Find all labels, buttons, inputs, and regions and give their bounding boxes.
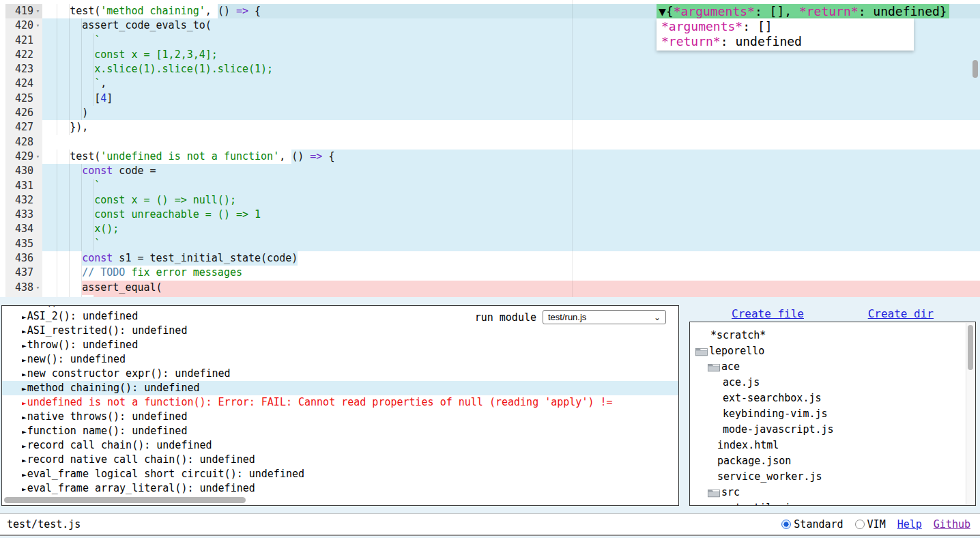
expand-arrow-icon[interactable]: ► [22, 384, 27, 393]
fold-arrow-icon[interactable]: ▾ [33, 18, 42, 33]
fold-arrow-icon[interactable]: ▾ [33, 4, 42, 18]
tree-item[interactable]: *scratch* [690, 328, 975, 343]
expand-arrow-icon[interactable]: ► [22, 327, 27, 336]
tree-item[interactable]: service_worker.js [690, 469, 975, 485]
code-line[interactable]: 437 // TODO fix error messages [0, 266, 980, 280]
expand-arrow-icon[interactable]: ► [22, 456, 27, 465]
tooltip-entry[interactable]: *return*: undefined [661, 34, 914, 48]
tree-item[interactable]: index.html [690, 438, 975, 453]
code-line[interactable]: 433 const unreachable = () => 1 [0, 208, 980, 222]
test-result-row[interactable]: ►eval_frame array_literal(): undefined [22, 481, 678, 496]
code-editor[interactable]: 419▾ test('method chaining', () => {420▾… [0, 0, 980, 297]
tree-item[interactable]: ace [690, 359, 975, 375]
fold-arrow-icon[interactable]: ▾ [33, 150, 42, 164]
tree-vscroll-thumb[interactable] [968, 325, 973, 370]
tooltip-header[interactable]: ▼{*arguments*: [], *return*: undefined} [657, 4, 949, 18]
code-line[interactable]: 430 const code = [0, 164, 980, 178]
test-result-row[interactable]: ►record native call chain(): undefined [22, 453, 678, 467]
line-number-gutter[interactable]: 436 [0, 251, 42, 266]
create-dir-link[interactable]: Create dir [868, 307, 934, 320]
line-number-gutter[interactable]: 429▾ [0, 150, 42, 164]
line-number-gutter[interactable]: 433 [0, 208, 42, 222]
expand-arrow-icon[interactable]: ► [22, 306, 27, 307]
line-number-gutter[interactable]: 423 [0, 62, 42, 76]
test-result-row[interactable]: ►eval_frame logical short circuit(): und… [22, 467, 678, 481]
expand-arrow-icon[interactable]: ► [22, 442, 27, 451]
test-result-row[interactable]: ►method chaining(): undefined [2, 381, 678, 395]
line-number-gutter[interactable]: 427 [0, 120, 42, 134]
code-line[interactable]: 425 [4] [0, 91, 980, 106]
tree-item[interactable]: mode-javascript.js [690, 422, 975, 438]
line-number-gutter[interactable]: 431 [0, 179, 42, 193]
line-number-gutter[interactable]: 430 [0, 164, 42, 178]
expand-arrow-icon[interactable]: ► [22, 313, 27, 322]
code-line[interactable]: 434 x(); [0, 222, 980, 236]
test-result-row[interactable]: ►throw(): undefined [22, 338, 678, 352]
editor-scrollbar-thumb[interactable] [972, 60, 978, 78]
tree-item[interactable]: package.json [690, 453, 975, 469]
line-number-gutter[interactable]: 438▾ [0, 281, 42, 295]
code-line[interactable]: 436 const s1 = test_initial_state(code) [0, 251, 980, 266]
help-link[interactable]: Help [897, 518, 922, 530]
code-line[interactable]: 427 }), [0, 120, 980, 134]
line-number-gutter[interactable]: 439 [0, 295, 42, 297]
tree-item[interactable]: src [690, 485, 975, 500]
expand-arrow-icon[interactable]: ► [22, 356, 27, 365]
tree-vscrollbar[interactable] [966, 323, 975, 505]
code-line[interactable]: 431 ` [0, 179, 980, 193]
line-number-gutter[interactable]: 421 [0, 33, 42, 48]
expand-arrow-icon[interactable]: ► [22, 470, 27, 479]
tree-item[interactable]: leporello [690, 343, 975, 359]
test-result-row[interactable]: ►native throws(): undefined [22, 410, 678, 424]
code-line[interactable]: 435 ` [0, 237, 980, 251]
mode-vim[interactable]: VIM [855, 518, 886, 530]
create-file-link[interactable]: Create file [732, 307, 804, 320]
tree-item[interactable]: ext-searchbox.js [690, 391, 975, 406]
test-result-row[interactable]: ►undefined is not a function(): Error: F… [22, 395, 678, 410]
test-result-row[interactable]: ►function name(): undefined [22, 424, 678, 438]
tree-item[interactable]: ace.js [690, 375, 975, 391]
line-number-gutter[interactable]: 425 [0, 91, 42, 106]
code-line[interactable]: 439 root_calltree_node(s1) [0, 295, 980, 297]
console-hscroll-thumb[interactable] [4, 497, 246, 503]
code-line[interactable]: 432 const x = () => null(); [0, 193, 980, 208]
run-module-select[interactable]: test/run.js ⌄ [543, 310, 666, 324]
code-line[interactable]: 426 ) [0, 106, 980, 120]
expand-arrow-icon[interactable]: ► [22, 399, 27, 408]
code-line[interactable]: 428 [0, 135, 980, 150]
radio-standard[interactable] [781, 520, 791, 529]
test-result-row[interactable]: ►ASI_restrited(): undefined [22, 324, 678, 338]
line-number-gutter[interactable]: 422 [0, 48, 42, 62]
line-number-gutter[interactable]: 424 [0, 76, 42, 91]
console-hscrollbar[interactable] [3, 496, 678, 505]
line-number-gutter[interactable]: 434 [0, 222, 42, 236]
run-module-control: run module test/run.js ⌄ [475, 310, 666, 324]
tooltip-entry[interactable]: *arguments*: [] [661, 19, 914, 33]
console-panel: ►ASI(): undefined►ASI_2(): undefined►ASI… [1, 305, 679, 506]
code-line[interactable]: 423 x.slice(1).slice(1).slice(1); [0, 62, 980, 76]
code-line[interactable]: 438▾ assert_equal( [0, 281, 980, 295]
line-number-gutter[interactable]: 419▾ [0, 4, 42, 18]
radio-vim[interactable] [855, 520, 865, 529]
tree-item[interactable]: keybinding-vim.js [690, 406, 975, 422]
line-number-gutter[interactable]: 437 [0, 266, 42, 280]
mode-standard[interactable]: Standard [781, 518, 843, 530]
fold-arrow-icon[interactable]: ▾ [33, 281, 42, 295]
line-number-gutter[interactable]: 435 [0, 237, 42, 251]
expand-arrow-icon[interactable]: ► [22, 427, 27, 436]
expand-arrow-icon[interactable]: ► [22, 370, 27, 379]
code-line[interactable]: 429▾ test('undefined is not a function',… [0, 150, 980, 164]
tree-item[interactable]: ast_utils.js [690, 500, 975, 506]
line-number-gutter[interactable]: 420▾ [0, 18, 42, 33]
line-number-gutter[interactable]: 428 [0, 135, 42, 150]
code-line[interactable]: 424 `, [0, 76, 980, 91]
test-result-row[interactable]: ►new constructor expr(): undefined [22, 367, 678, 381]
expand-arrow-icon[interactable]: ► [22, 413, 27, 422]
line-number-gutter[interactable]: 426 [0, 106, 42, 120]
line-number-gutter[interactable]: 432 [0, 193, 42, 208]
expand-arrow-icon[interactable]: ► [22, 341, 27, 350]
test-result-row[interactable]: ►new(): undefined [22, 352, 678, 367]
test-result-row[interactable]: ►record call chain(): undefined [22, 438, 678, 453]
github-link[interactable]: Github [934, 518, 970, 530]
expand-arrow-icon[interactable]: ► [22, 485, 27, 494]
